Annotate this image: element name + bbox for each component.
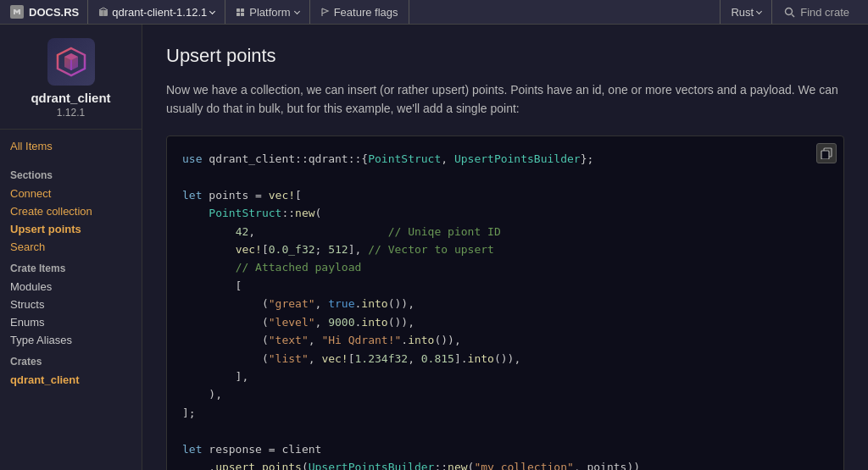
feature-flags-label: Feature flags (334, 6, 398, 19)
crate-dropdown-chevron (209, 8, 215, 14)
platform-label: Platform (249, 6, 290, 19)
topnav-right: Rust Find crate (720, 0, 861, 24)
find-crate-label: Find crate (800, 6, 849, 19)
code-content: use qdrant_client::qdrant::{PointStruct,… (182, 150, 828, 470)
sidebar-item-enums[interactable]: Enums (0, 313, 142, 331)
sidebar-item-connect[interactable]: Connect (0, 185, 142, 202)
svg-rect-11 (821, 151, 829, 159)
platform-icon (236, 8, 245, 17)
docs-rs-label: DOCS.RS (29, 6, 79, 19)
topnav: DOCS.RS qdrant-client-1.12.1 Platform Fe… (0, 0, 868, 25)
sidebar-all-items-link[interactable]: All Items (0, 136, 142, 156)
crate-icon (98, 7, 108, 17)
sidebar-item-create-collection[interactable]: Create collection (0, 202, 142, 220)
svg-rect-2 (236, 8, 240, 12)
sidebar-crate-version: 1.12.1 (57, 107, 85, 119)
crate-logo (47, 38, 95, 86)
docs-rs-icon (10, 5, 24, 19)
content-area: Upsert points Now we have a collection, … (142, 25, 868, 470)
svg-rect-3 (241, 8, 244, 12)
svg-point-6 (786, 8, 793, 14)
search-icon (784, 7, 795, 18)
svg-rect-5 (241, 13, 244, 16)
svg-line-7 (792, 14, 794, 17)
crate-name-label: qdrant-client-1.12.1 (112, 6, 207, 19)
crate-logo-svg (54, 45, 88, 79)
crate-selector[interactable]: qdrant-client-1.12.1 (88, 0, 225, 24)
sidebar-item-structs[interactable]: Structs (0, 296, 142, 313)
main-layout: qdrant_client 1.12.1 All Items Sections … (0, 25, 868, 470)
sidebar-item-qdrant-client[interactable]: qdrant_client (0, 371, 142, 389)
sidebar-crate-info: qdrant_client 1.12.1 (0, 38, 142, 130)
language-chevron (756, 8, 762, 14)
page-description: Now we have a collection, we can insert … (166, 80, 844, 119)
language-selector[interactable]: Rust (720, 0, 771, 24)
sidebar-item-upsert-points[interactable]: Upsert points (0, 220, 142, 238)
platform-button[interactable]: Platform (225, 0, 309, 24)
docs-rs-logo[interactable]: DOCS.RS (7, 0, 88, 24)
feature-flags-button[interactable]: Feature flags (310, 0, 409, 24)
crates-title: Crates (0, 349, 142, 371)
sidebar-crate-name: qdrant_client (31, 91, 110, 105)
sidebar-item-search[interactable]: Search (0, 238, 142, 256)
find-crate-search[interactable]: Find crate (771, 0, 861, 24)
copy-code-button[interactable] (816, 143, 837, 163)
crate-items-title: Crate Items (0, 256, 142, 278)
page-title: Upsert points (166, 45, 844, 67)
code-block-upsert: use qdrant_client::qdrant::{PointStruct,… (166, 135, 844, 470)
sidebar-item-type-aliases[interactable]: Type Aliases (0, 331, 142, 349)
sidebar: qdrant_client 1.12.1 All Items Sections … (0, 25, 142, 470)
svg-rect-4 (236, 13, 240, 16)
flag-icon (320, 8, 330, 17)
sections-title: Sections (0, 163, 142, 185)
platform-chevron (294, 8, 300, 14)
language-label: Rust (731, 6, 754, 19)
sidebar-item-modules[interactable]: Modules (0, 278, 142, 296)
